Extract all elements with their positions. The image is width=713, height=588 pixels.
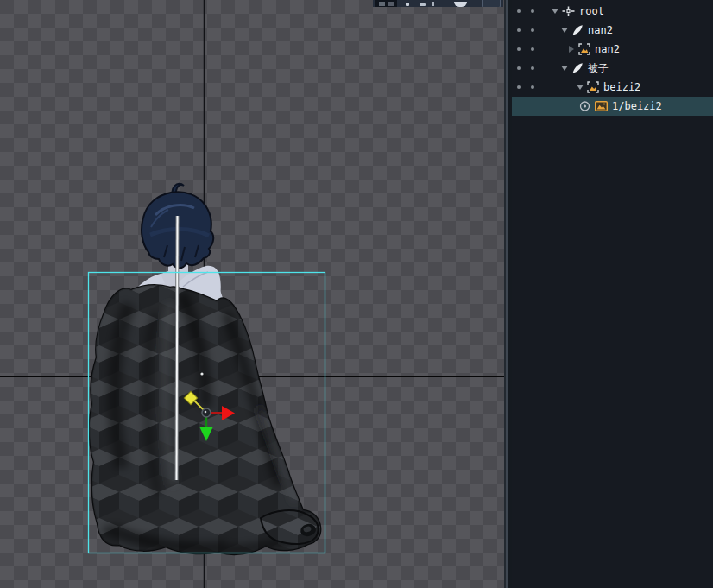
tree-row-nan2-slot[interactable]: nan2 (512, 21, 713, 40)
visibility-dot[interactable] (517, 28, 521, 32)
blanket[interactable] (90, 285, 320, 554)
outlined-button[interactable] (482, 0, 501, 7)
visibility-dot[interactable] (531, 47, 534, 51)
tree-item-label: nan2 (588, 21, 613, 40)
app-window: { "tree": { "items": [ {"label":"root", … (0, 0, 713, 588)
visibility-dot[interactable] (517, 66, 521, 70)
tick-icon[interactable] (432, 2, 434, 6)
visibility-dot[interactable] (517, 47, 521, 51)
tree-item-label: nan2 (595, 40, 620, 59)
tree-row-nan2-image[interactable]: nan2 (512, 40, 713, 59)
chevron-right-icon[interactable] (569, 46, 574, 53)
tree-item-label: beizi2 (603, 78, 640, 97)
scene-canvas[interactable] (0, 0, 504, 588)
tree-item-label: 被子 (588, 59, 609, 78)
visibility-dot[interactable] (531, 66, 534, 70)
spine-bone-line[interactable] (177, 216, 178, 480)
round-tool-icon[interactable] (454, 2, 467, 7)
viewport-toolbar-fragment[interactable] (373, 0, 503, 7)
tool-glyph-icon (388, 2, 394, 6)
visibility-dot[interactable] (531, 9, 534, 13)
dash-icon[interactable] (420, 3, 426, 6)
chevron-down-icon[interactable] (561, 66, 568, 71)
tree-item-label: 1/beizi2 (612, 97, 662, 116)
skin-placeholder-icon (578, 43, 590, 55)
root-bone-crosshair-icon (562, 5, 575, 17)
hierarchy-tree-panel: root nan2 nan2 被子 (512, 0, 713, 588)
mesh-vertex-dot[interactable] (200, 372, 203, 375)
tree-row-root[interactable]: root (512, 2, 713, 21)
visibility-dot[interactable] (517, 9, 521, 13)
attachment-image-icon (595, 100, 608, 112)
gizmo-center-handle[interactable] (202, 408, 211, 417)
tool-glyph-icon (379, 2, 385, 6)
panel-divider[interactable] (504, 0, 512, 588)
tool-group-box[interactable] (375, 0, 397, 7)
slot-quill-icon (571, 62, 584, 74)
skin-placeholder-icon (587, 81, 599, 93)
slot-quill-icon (571, 24, 584, 36)
tree-item-label: root (579, 2, 604, 21)
tree-row-beizi-slot[interactable]: 被子 (512, 59, 713, 78)
visibility-dot[interactable] (517, 85, 521, 89)
canvas-viewport[interactable] (0, 0, 504, 588)
tree-row-beizi2-image[interactable]: beizi2 (512, 78, 713, 97)
visibility-dot[interactable] (531, 28, 534, 32)
dot-icon[interactable] (406, 3, 409, 6)
visibility-target-icon[interactable] (579, 100, 590, 112)
tree-row-selected-attachment[interactable]: 1/beizi2 (512, 97, 713, 116)
character-figure[interactable] (90, 184, 320, 554)
chevron-down-icon[interactable] (552, 9, 558, 14)
chevron-down-icon[interactable] (561, 28, 568, 33)
visibility-dot[interactable] (531, 85, 534, 89)
chevron-down-icon[interactable] (577, 85, 584, 90)
